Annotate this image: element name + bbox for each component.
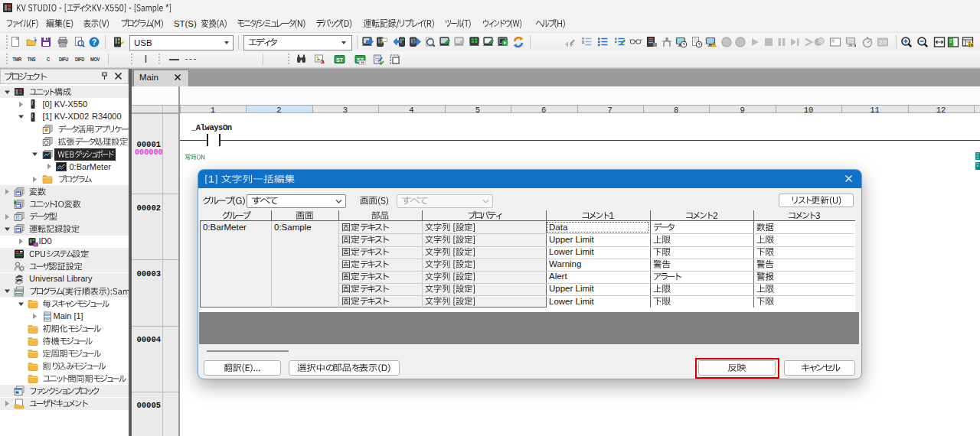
svg-text:?: ? — [91, 37, 96, 46]
svg-text:ST: ST — [336, 57, 344, 63]
svg-text:2:0: 2:0 — [879, 40, 887, 45]
svg-text:H: H — [361, 60, 364, 65]
svg-text:16: 16 — [968, 43, 973, 47]
